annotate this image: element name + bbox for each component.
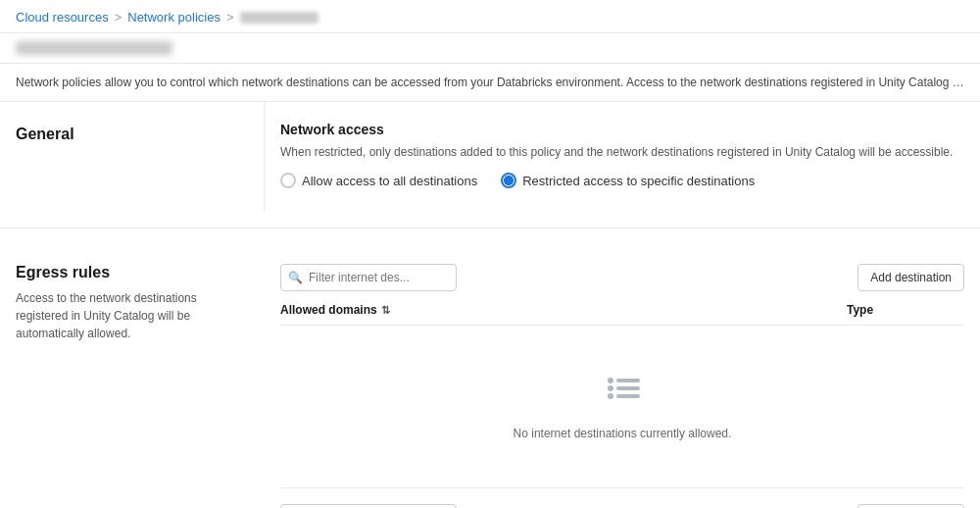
internet-table-header: Allowed domains ⇅ Type <box>280 303 964 326</box>
svg-rect-1 <box>616 379 640 382</box>
internet-filter-bar: 🔍 Add destination <box>280 264 964 291</box>
radio-restricted-circle <box>501 173 516 188</box>
col-allowed-domains-label: Allowed domains <box>280 303 377 317</box>
storage-filter-input[interactable] <box>280 504 457 508</box>
radio-restricted[interactable]: Restricted access to specific destinatio… <box>501 173 755 188</box>
radio-restricted-label: Restricted access to specific destinatio… <box>522 174 755 188</box>
svg-rect-5 <box>616 394 640 398</box>
col-allowed-domains: Allowed domains ⇅ <box>280 303 847 317</box>
breadcrumb-current-blurred <box>240 12 318 24</box>
general-section: General Network access When restricted, … <box>0 102 980 212</box>
radio-allow-all-circle <box>280 173 296 188</box>
breadcrumb-cloud-resources[interactable]: Cloud resources <box>16 10 109 25</box>
breadcrumb-sep-2: > <box>226 10 234 25</box>
radio-allow-all-label: Allow access to all destinations <box>302 174 477 188</box>
breadcrumb-sep-1: > <box>115 10 122 25</box>
description-banner: Network policies allow you to control wh… <box>0 64 980 102</box>
breadcrumb-network-policies[interactable]: Network policies <box>127 10 220 25</box>
page-title-blurred <box>16 41 172 55</box>
egress-description: Access to the network destinations regis… <box>16 289 249 342</box>
general-title: General <box>16 126 248 143</box>
col-allowed-domains-sort-icon[interactable]: ⇅ <box>381 304 390 317</box>
general-divider <box>0 228 980 229</box>
general-right-panel: Network access When restricted, only des… <box>265 102 980 212</box>
internet-filter-input[interactable] <box>280 264 457 291</box>
svg-rect-3 <box>616 386 640 390</box>
storage-section: 🔍 Add destination Storage account ⇅ Stor… <box>280 487 964 508</box>
col-type: Type <box>847 303 964 317</box>
svg-point-0 <box>608 378 613 383</box>
network-access-desc: When restricted, only destinations added… <box>280 143 964 161</box>
page-title-area <box>0 33 980 64</box>
storage-filter-bar: 🔍 Add destination <box>280 504 964 508</box>
internet-empty-text: No internet destinations currently allow… <box>514 427 732 440</box>
add-internet-destination-button[interactable]: Add destination <box>858 264 964 291</box>
breadcrumb: Cloud resources > Network policies > <box>0 0 980 33</box>
network-access-title: Network access <box>280 122 964 137</box>
radio-group: Allow access to all destinations Restric… <box>280 173 964 188</box>
radio-allow-all[interactable]: Allow access to all destinations <box>280 173 477 188</box>
egress-right-panel: 🔍 Add destination Allowed domains ⇅ Type <box>265 244 980 508</box>
svg-point-2 <box>608 385 613 391</box>
storage-filter-wrap: 🔍 <box>280 504 457 508</box>
general-left-panel: General <box>0 102 265 212</box>
egress-title: Egress rules <box>16 264 249 281</box>
internet-search-icon: 🔍 <box>288 271 303 284</box>
egress-section: Egress rules Access to the network desti… <box>0 244 980 508</box>
svg-point-4 <box>608 393 613 399</box>
add-storage-destination-button[interactable]: Add destination <box>858 504 964 508</box>
egress-left-panel: Egress rules Access to the network desti… <box>0 244 265 508</box>
internet-filter-wrap: 🔍 <box>280 264 457 291</box>
internet-empty-state: No internet destinations currently allow… <box>280 326 964 480</box>
empty-list-icon <box>599 365 646 415</box>
